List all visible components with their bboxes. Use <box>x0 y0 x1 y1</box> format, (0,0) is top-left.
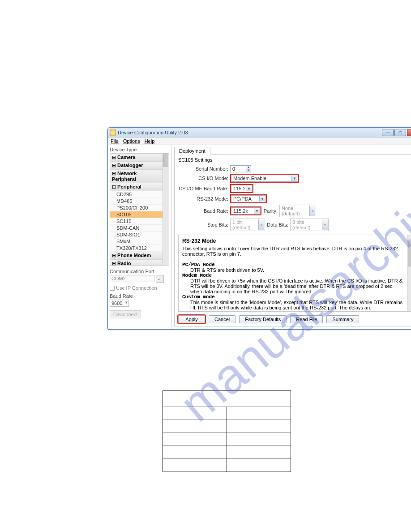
info-m2-title: Modem Mode <box>182 273 403 278</box>
empty-table <box>163 390 291 472</box>
device-tree[interactable]: Camera Datalogger Network Peripheral Per… <box>110 153 169 266</box>
comm-port-input[interactable]: COM2 <box>110 275 154 282</box>
chevron-down-icon: ▼ <box>309 206 315 216</box>
info-heading: RS-232 Mode <box>182 238 403 244</box>
chevron-down-icon: ▼ <box>258 219 264 230</box>
use-ip-checkbox[interactable]: Use IP Connection <box>110 285 169 291</box>
cs-io-mode-select[interactable]: Modem Enable ▼ <box>231 175 298 182</box>
disconnect-button: Disconnect <box>110 310 141 318</box>
comm-port-label: Communication Port <box>110 269 169 274</box>
summary-button[interactable]: Summary <box>326 315 359 323</box>
info-m2-body: DTR will be driven to +5v when the CS I/… <box>182 278 403 294</box>
tree-item[interactable]: SDM-CAN <box>110 225 163 232</box>
rs232-mode-select[interactable]: PC/PDA ▼ <box>231 195 266 202</box>
rs232-mode-highlight: PC/PDA ▼ <box>230 194 267 203</box>
info-m1-body: DTR & RTS are both driven to 5V. <box>182 267 403 273</box>
tree-scrollbar[interactable] <box>163 154 169 266</box>
maximize-button[interactable]: ▢ <box>394 129 406 136</box>
minimize-button[interactable]: — <box>382 129 394 136</box>
tree-item[interactable]: MD485 <box>110 198 163 205</box>
tree-cat-datalogger[interactable]: Datalogger <box>110 162 163 170</box>
tree-cat-phone-modem[interactable]: Phone Modem <box>110 252 163 260</box>
cs-io-mode-label: CS I/O Mode: <box>178 176 230 181</box>
info-m3-title: Custom mode <box>182 294 403 300</box>
parity-select: None (default) ▼ <box>279 205 316 217</box>
section-title: SC105 Settings <box>178 157 411 163</box>
read-file-button[interactable]: Read File <box>290 315 323 323</box>
info-m3-body: This mode is similar to the 'Modem Mode'… <box>182 300 403 312</box>
cs-io-me-baud-select[interactable]: 115.2k ▼ <box>231 185 253 192</box>
cs-io-me-baud-label: CS I/O ME Baud Rate: <box>178 186 230 191</box>
app-window: Device Configuration Utility 2.03 — ▢ X … <box>107 127 411 330</box>
use-ip-label: Use IP Connection <box>116 285 157 291</box>
info-intro: This setting allows control over how the… <box>182 246 403 257</box>
menu-file[interactable]: File <box>111 138 119 144</box>
parity-label: Parity: <box>261 208 279 214</box>
cs-io-me-baud-highlight: 115.2k ▼ <box>230 184 253 193</box>
tree-cat-network-peripheral[interactable]: Network Peripheral <box>110 170 163 183</box>
tree-item-selected[interactable]: SC105 <box>110 211 163 218</box>
titlebar[interactable]: Device Configuration Utility 2.03 — ▢ X <box>108 128 411 137</box>
cancel-button[interactable]: Cancel <box>209 315 235 323</box>
baud-rate-select[interactable]: 9600 <box>110 300 129 307</box>
device-type-label: Device Type <box>110 147 169 152</box>
stop-bits-select: 1 bit (default) ▼ <box>230 219 265 231</box>
tree-item[interactable]: CD295 <box>110 191 163 198</box>
data-bits-label: Data Bits: <box>265 222 290 227</box>
tree-item[interactable]: SMxM <box>110 238 163 245</box>
tree-cat-peripheral[interactable]: Peripheral <box>110 183 163 191</box>
info-scrollbar[interactable] <box>407 235 411 311</box>
chevron-down-icon: ▼ <box>254 208 260 214</box>
menubar: File Options Help <box>108 137 411 145</box>
tab-deployment[interactable]: Deployment <box>174 147 210 154</box>
info-panel: RS-232 Mode This setting allows control … <box>178 235 411 312</box>
baud-rate-highlight: 115.2k ▼ <box>230 206 261 215</box>
menu-options[interactable]: Options <box>123 138 140 144</box>
baud-rate-select[interactable]: 115.2k ▼ <box>231 207 261 215</box>
tree-item[interactable]: SC115 <box>110 218 163 225</box>
baud-rate-form-label: Baud Rate: <box>178 208 230 214</box>
menu-help[interactable]: Help <box>145 138 155 144</box>
baud-rate-label: Baud Rate <box>110 293 169 299</box>
apply-button[interactable]: Apply <box>178 315 205 323</box>
serial-number-input[interactable]: 0 ▲▼ <box>230 165 251 172</box>
tree-item[interactable]: PS200/CH200 <box>110 205 163 211</box>
chevron-down-icon: ▼ <box>246 186 252 191</box>
data-bits-select: 8 bits (default) ▼ <box>290 219 329 231</box>
chevron-down-icon: ▼ <box>259 196 265 202</box>
serial-number-label: Serial Number: <box>178 166 230 172</box>
close-button[interactable]: X <box>407 129 411 136</box>
tree-cat-camera[interactable]: Camera <box>110 154 163 162</box>
cs-io-mode-highlight: Modem Enable ▼ <box>230 174 299 183</box>
app-icon <box>110 129 116 136</box>
tree-item[interactable]: TX320/TX312 <box>110 245 163 252</box>
chevron-down-icon: ▼ <box>322 219 328 230</box>
main-panel: Deployment SC105 Settings Serial Number:… <box>171 145 411 329</box>
tree-item[interactable]: SDM-SIO1 <box>110 232 163 238</box>
rs232-mode-label: RS-232 Mode: <box>178 196 230 202</box>
comm-port-browse-button[interactable]: ... <box>156 275 164 283</box>
tree-cat-radio[interactable]: Radio <box>110 260 163 266</box>
stop-bits-label: Stop Bits: <box>178 222 230 227</box>
window-title: Device Configuration Utility 2.03 <box>118 130 382 135</box>
checkbox-icon <box>110 286 115 291</box>
factory-defaults-button[interactable]: Factory Defaults <box>239 315 287 323</box>
chevron-down-icon: ▼ <box>291 176 297 181</box>
spinner-arrows-icon[interactable]: ▲▼ <box>246 166 251 172</box>
side-panel: Device Type Camera Datalogger Network Pe… <box>108 145 171 329</box>
info-m1-title: PC/PDA Mode <box>182 262 403 267</box>
